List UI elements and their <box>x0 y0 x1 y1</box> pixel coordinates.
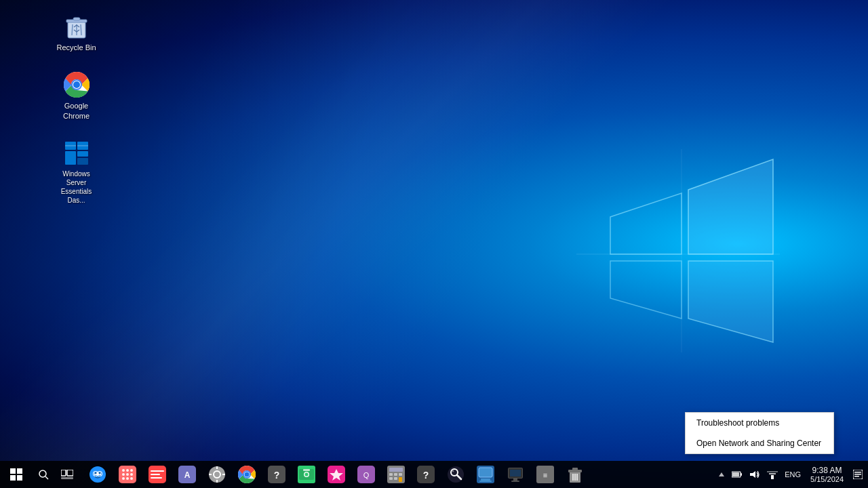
taskbar-app-finder[interactable] <box>83 461 113 488</box>
svg-rect-54 <box>216 466 218 469</box>
svg-rect-27 <box>61 477 73 479</box>
task-view-button[interactable] <box>54 461 80 488</box>
taskbar-app-4[interactable]: A <box>172 461 202 488</box>
svg-rect-56 <box>209 474 212 475</box>
svg-text:Q: Q <box>363 471 370 479</box>
taskbar-apps: A <box>80 461 715 488</box>
system-tray: ENG 9:38 AM 5/15/2024 <box>715 461 868 488</box>
svg-rect-115 <box>854 476 859 477</box>
svg-rect-87 <box>479 468 492 477</box>
svg-rect-20 <box>17 468 22 474</box>
svg-rect-49 <box>151 477 162 479</box>
taskbar-app-8[interactable] <box>321 461 351 488</box>
svg-marker-104 <box>719 472 724 476</box>
svg-rect-94 <box>513 479 517 481</box>
svg-point-43 <box>122 477 125 480</box>
windows-logo <box>576 149 780 352</box>
search-button[interactable] <box>33 461 54 488</box>
svg-point-85 <box>452 470 454 472</box>
svg-rect-21 <box>10 475 16 481</box>
taskbar-app-trash[interactable] <box>560 461 590 488</box>
svg-rect-109 <box>771 475 774 479</box>
desktop: Recycle Bin Google Chrome <box>0 0 868 488</box>
svg-rect-77 <box>389 477 393 480</box>
recycle-bin-label: Recycle Bin <box>56 43 96 52</box>
svg-rect-114 <box>854 474 861 475</box>
chrome-label: Google Chrome <box>54 101 99 121</box>
context-menu-network-sharing[interactable]: Open Network and Sharing Center <box>686 433 833 453</box>
svg-point-37 <box>122 469 125 472</box>
svg-point-40 <box>122 473 125 476</box>
svg-rect-76 <box>399 473 402 476</box>
svg-line-5 <box>72 24 73 35</box>
svg-rect-48 <box>151 474 160 475</box>
taskbar: A <box>0 461 868 488</box>
taskbar-app-display[interactable] <box>500 461 530 488</box>
tray-battery-icon[interactable] <box>729 461 745 488</box>
svg-line-24 <box>45 476 48 479</box>
taskbar-app-9[interactable]: Q <box>351 461 381 488</box>
svg-rect-25 <box>61 470 66 476</box>
clock-date: 5/15/2024 <box>810 475 844 483</box>
svg-rect-4 <box>73 18 80 20</box>
svg-rect-74 <box>389 473 393 476</box>
svg-rect-73 <box>389 468 403 472</box>
svg-rect-78 <box>394 477 397 480</box>
desktop-icon-server-dashboard[interactable]: Windows Server Essentials Das... <box>51 137 102 207</box>
svg-rect-55 <box>216 480 218 483</box>
svg-line-7 <box>81 24 81 35</box>
svg-rect-110 <box>769 473 776 474</box>
svg-rect-107 <box>732 472 739 476</box>
desktop-icon-chrome[interactable]: Google Chrome <box>51 68 102 123</box>
clock-time: 9:38 AM <box>812 466 842 475</box>
svg-rect-90 <box>479 481 492 482</box>
svg-rect-75 <box>394 473 397 476</box>
svg-point-38 <box>126 469 129 472</box>
svg-rect-100 <box>572 468 578 470</box>
svg-point-45 <box>130 477 133 480</box>
svg-rect-47 <box>151 470 164 472</box>
desktop-icon-recycle-bin[interactable]: Recycle Bin <box>51 10 102 55</box>
taskbar-app-help[interactable]: ? <box>262 461 292 488</box>
taskbar-app-virtualbox[interactable] <box>471 461 500 488</box>
taskbar-app-photos[interactable] <box>292 461 321 488</box>
taskbar-app-13[interactable]: ≡ <box>530 461 560 488</box>
svg-text:?: ? <box>423 470 429 481</box>
network-context-menu: Troubleshoot problems Open Network and S… <box>685 412 834 454</box>
svg-rect-14 <box>65 151 76 165</box>
tray-volume-icon[interactable] <box>747 461 763 488</box>
tray-action-center[interactable] <box>850 461 865 488</box>
taskbar-app-settings[interactable] <box>202 461 232 488</box>
svg-rect-68 <box>303 469 310 471</box>
tray-network-icon[interactable] <box>764 461 781 488</box>
tray-language[interactable]: ENG <box>782 461 804 488</box>
desktop-icons-container: Recycle Bin Google Chrome <box>0 0 102 207</box>
svg-rect-93 <box>510 470 521 476</box>
taskbar-app-calculator[interactable] <box>381 461 411 488</box>
taskbar-app-magnifier[interactable] <box>441 461 471 488</box>
svg-point-39 <box>130 469 133 472</box>
clock[interactable]: 9:38 AM 5/15/2024 <box>805 461 849 488</box>
taskbar-app-chrome[interactable] <box>232 461 262 488</box>
svg-point-67 <box>305 473 309 476</box>
taskbar-app-launchpad[interactable] <box>113 461 142 488</box>
svg-rect-111 <box>767 471 778 472</box>
server-dashboard-icon <box>63 140 90 167</box>
svg-marker-108 <box>750 471 755 478</box>
context-menu-troubleshoot[interactable]: Troubleshoot problems <box>686 413 833 433</box>
svg-text:≡: ≡ <box>543 471 547 479</box>
svg-rect-19 <box>10 468 16 474</box>
chrome-icon <box>63 71 90 98</box>
taskbar-app-news[interactable] <box>142 461 172 488</box>
svg-rect-89 <box>481 479 490 481</box>
tray-expand-button[interactable] <box>715 461 728 488</box>
start-button[interactable] <box>0 461 33 488</box>
svg-rect-95 <box>511 481 519 482</box>
svg-rect-57 <box>222 474 225 475</box>
taskbar-app-help2[interactable]: ? <box>411 461 441 488</box>
svg-point-44 <box>126 477 129 480</box>
svg-point-61 <box>245 472 250 477</box>
server-dashboard-label: Windows Server Essentials Das... <box>54 169 99 205</box>
svg-text:A: A <box>184 470 191 480</box>
svg-rect-113 <box>854 472 861 473</box>
